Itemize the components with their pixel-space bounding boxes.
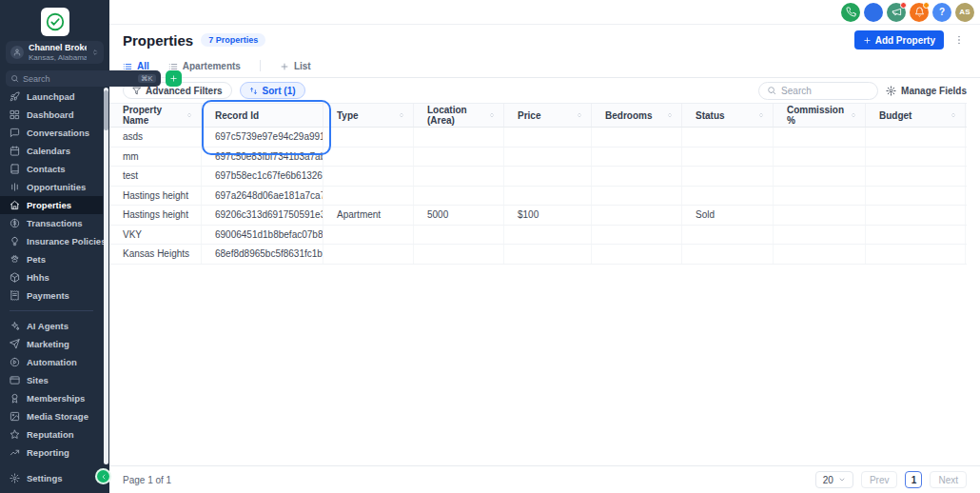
table-row[interactable]: VKY69006451d1b8befac07b88a7 bbox=[109, 226, 967, 246]
account-switcher[interactable]: Channel Brokers Kansas, Alabama bbox=[6, 41, 104, 64]
sidebar-item-ai-agents[interactable]: AI Agents bbox=[0, 317, 103, 335]
sidebar-item-properties[interactable]: Properties bbox=[0, 196, 103, 214]
sort-button[interactable]: Sort (1) bbox=[240, 82, 305, 99]
table-cell[interactable] bbox=[592, 245, 682, 264]
table-cell[interactable] bbox=[866, 167, 966, 186]
sidebar-item-reporting[interactable]: Reporting bbox=[0, 444, 103, 462]
column-header-record-id[interactable]: Record Id bbox=[202, 104, 323, 127]
table-search-input[interactable] bbox=[758, 82, 878, 100]
table-cell[interactable]: Hastings height bbox=[109, 206, 202, 225]
table-cell[interactable] bbox=[414, 148, 504, 167]
user-avatar[interactable]: AS bbox=[955, 3, 974, 22]
table-cell[interactable] bbox=[774, 167, 866, 186]
sidebar-item-conversations[interactable]: Conversations bbox=[0, 124, 103, 142]
column-header-budget[interactable]: Budget bbox=[866, 104, 966, 127]
sidebar-item-media-storage[interactable]: Media Storage bbox=[0, 407, 103, 425]
table-cell[interactable]: 68ef8d8965bc5f8631fc1bc8 bbox=[202, 245, 323, 264]
table-cell[interactable]: 5000 bbox=[414, 206, 504, 225]
table-cell[interactable] bbox=[592, 128, 682, 147]
table-cell[interactable] bbox=[504, 245, 592, 264]
agency-logo[interactable] bbox=[41, 8, 69, 36]
table-cell[interactable]: Kansas Heights bbox=[109, 245, 202, 264]
sidebar-item-transactions[interactable]: Transactions bbox=[0, 214, 103, 232]
scrollbar-thumb[interactable] bbox=[104, 90, 108, 130]
table-cell[interactable] bbox=[866, 148, 966, 167]
table-cell[interactable] bbox=[504, 128, 592, 147]
table-cell[interactable] bbox=[682, 148, 774, 167]
table-cell[interactable]: mm bbox=[109, 148, 202, 167]
sidebar-item-hhhs[interactable]: Hhhs bbox=[0, 268, 103, 286]
page-size-select[interactable]: 20 bbox=[815, 471, 853, 488]
sidebar-item-sites[interactable]: Sites bbox=[0, 371, 103, 389]
table-cell[interactable] bbox=[774, 245, 866, 264]
table-cell[interactable] bbox=[323, 245, 414, 264]
table-cell[interactable] bbox=[774, 128, 866, 147]
add-property-button[interactable]: Add Property bbox=[854, 30, 944, 49]
quick-add-button[interactable] bbox=[166, 70, 182, 87]
table-row[interactable]: mm697c50e83fbf7341b3a7ab99 bbox=[109, 148, 967, 168]
table-cell[interactable] bbox=[504, 167, 592, 186]
table-cell[interactable] bbox=[866, 226, 966, 245]
column-header-type[interactable]: Type bbox=[323, 104, 414, 127]
table-row[interactable]: Hastings height697a2648d06ae181a7ca76ef bbox=[109, 187, 967, 207]
sidebar-item-memberships[interactable]: Memberships bbox=[0, 389, 103, 407]
table-cell[interactable]: 697b58ec1c67fe6b61326610 bbox=[202, 167, 323, 186]
table-cell[interactable] bbox=[774, 206, 866, 225]
table-cell[interactable]: VKY bbox=[109, 226, 202, 245]
table-cell[interactable] bbox=[774, 187, 866, 206]
table-cell[interactable] bbox=[682, 226, 774, 245]
sidebar-search-field[interactable] bbox=[23, 74, 134, 84]
current-page-button[interactable]: 1 bbox=[905, 471, 922, 488]
table-search-field[interactable] bbox=[781, 86, 870, 96]
sidebar-scrollbar[interactable] bbox=[104, 88, 108, 464]
column-header-bedrooms[interactable]: Bedrooms bbox=[592, 104, 682, 127]
table-cell[interactable] bbox=[592, 167, 682, 186]
table-cell[interactable] bbox=[866, 206, 966, 225]
column-header-status[interactable]: Status bbox=[682, 104, 774, 127]
sidebar-item-dashboard[interactable]: Dashboard bbox=[0, 106, 103, 124]
table-cell[interactable] bbox=[682, 167, 774, 186]
sidebar-item-pets[interactable]: Pets bbox=[0, 250, 103, 268]
next-page-button[interactable]: Next bbox=[930, 471, 967, 488]
table-cell[interactable] bbox=[682, 245, 774, 264]
sidebar-item-insurance-policies[interactable]: Insurance Policies bbox=[0, 232, 103, 250]
table-cell[interactable]: 69206c313d691750591e37ce bbox=[202, 206, 323, 225]
table-cell[interactable] bbox=[323, 167, 414, 186]
table-cell[interactable] bbox=[414, 245, 504, 264]
sidebar-item-calendars[interactable]: Calendars bbox=[0, 142, 103, 160]
sidebar-item-automation[interactable]: Automation bbox=[0, 353, 103, 371]
table-cell[interactable] bbox=[414, 226, 504, 245]
more-options-button[interactable] bbox=[951, 32, 967, 48]
table-row[interactable]: Hastings height69206c313d691750591e37ceA… bbox=[109, 206, 967, 226]
sidebar-item-settings[interactable]: Settings bbox=[0, 469, 103, 487]
table-cell[interactable] bbox=[504, 148, 592, 167]
bell-button[interactable] bbox=[910, 3, 929, 22]
table-cell[interactable]: asds bbox=[109, 128, 202, 147]
table-cell[interactable]: Hastings height bbox=[109, 187, 202, 206]
table-row[interactable]: Kansas Heights68ef8d8965bc5f8631fc1bc8 bbox=[109, 245, 967, 265]
sidebar-item-payments[interactable]: Payments bbox=[0, 286, 103, 305]
table-cell[interactable] bbox=[866, 128, 966, 147]
table-cell[interactable]: 69006451d1b8befac07b88a7 bbox=[202, 226, 323, 245]
sidebar-collapse-button[interactable] bbox=[97, 470, 109, 483]
sidebar-item-marketing[interactable]: Marketing bbox=[0, 335, 103, 353]
table-cell[interactable] bbox=[592, 206, 682, 225]
column-header-price[interactable]: Price bbox=[504, 104, 592, 127]
table-cell[interactable] bbox=[504, 226, 592, 245]
table-cell[interactable] bbox=[592, 148, 682, 167]
phone-button[interactable] bbox=[841, 3, 860, 22]
table-cell[interactable]: 697a2648d06ae181a7ca76ef bbox=[202, 187, 323, 206]
table-cell[interactable]: Sold bbox=[682, 206, 774, 225]
table-cell[interactable] bbox=[774, 226, 866, 245]
table-cell[interactable]: 697c5739e97e94c29a991c6b bbox=[202, 128, 323, 147]
table-cell[interactable] bbox=[682, 128, 774, 147]
manage-fields-button[interactable]: Manage Fields bbox=[886, 86, 967, 96]
table-cell[interactable] bbox=[323, 187, 414, 206]
sidebar-item-contacts[interactable]: Contacts bbox=[0, 160, 103, 178]
table-cell[interactable] bbox=[323, 148, 414, 167]
table-row[interactable]: test697b58ec1c67fe6b61326610 bbox=[109, 167, 967, 187]
table-cell[interactable] bbox=[592, 187, 682, 206]
sidebar-search-input[interactable]: ⌘K bbox=[6, 70, 161, 87]
table-cell[interactable] bbox=[866, 187, 966, 206]
sidebar-item-opportunities[interactable]: Opportunities bbox=[0, 178, 103, 196]
